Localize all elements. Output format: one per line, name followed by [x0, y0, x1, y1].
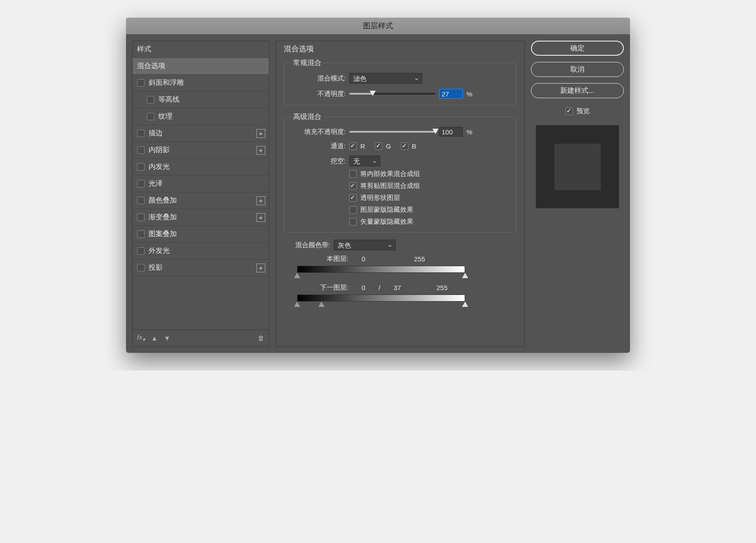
checkbox[interactable]: [137, 230, 145, 238]
checkbox[interactable]: [137, 180, 145, 187]
opt2-label: 透明形状图层: [360, 194, 400, 202]
cancel-button[interactable]: 取消: [531, 62, 624, 77]
sidebar-item-pattern-overlay[interactable]: 图案叠加: [133, 226, 269, 243]
sidebar-item-inner-glow[interactable]: 内发光: [133, 159, 269, 176]
opt1-checkbox[interactable]: [349, 182, 357, 190]
knockout-select[interactable]: 无: [349, 156, 380, 166]
blend-mode-select[interactable]: 滤色: [349, 73, 422, 84]
preview-swatch: [554, 144, 601, 190]
channel-r-checkbox[interactable]: [349, 142, 357, 150]
sidebar-item-label: 颜色叠加: [149, 196, 177, 205]
effects-list: 样式 混合选项 斜面和浮雕 等高线 纹理: [132, 41, 269, 330]
checkbox[interactable]: [137, 264, 145, 272]
checkbox[interactable]: [137, 214, 145, 221]
sidebar-item-label: 混合选项: [137, 61, 165, 71]
advanced-legend: 高级混合: [290, 112, 324, 122]
sidebar-item-stroke[interactable]: 描边 +: [133, 125, 269, 142]
opacity-unit: %: [466, 90, 472, 98]
arrow-down-icon[interactable]: ▼: [164, 334, 171, 342]
this-high-handle[interactable]: [462, 273, 468, 278]
fill-opacity-slider[interactable]: [349, 129, 435, 135]
sidebar-item-label: 投影: [149, 263, 163, 272]
sidebar-item-label: 渐变叠加: [149, 213, 177, 222]
fill-opacity-input[interactable]: [439, 127, 463, 137]
sidebar-item-bevel[interactable]: 斜面和浮雕: [133, 75, 269, 92]
preview-checkbox[interactable]: [565, 107, 573, 115]
sidebar-item-label: 光泽: [149, 179, 163, 188]
opt1-label: 将剪贴图层混合成组: [360, 182, 420, 190]
under-low: 0: [362, 284, 365, 291]
plus-icon[interactable]: +: [256, 264, 265, 272]
sidebar-item-label: 等高线: [158, 95, 179, 104]
opt2-checkbox[interactable]: [349, 194, 357, 202]
effects-sidebar: 样式 混合选项 斜面和浮雕 等高线 纹理: [132, 41, 269, 347]
sidebar-item-satin[interactable]: 光泽: [133, 176, 269, 192]
sidebar-item-color-overlay[interactable]: 颜色叠加 +: [133, 192, 269, 209]
sidebar-item-blending-options[interactable]: 混合选项: [133, 58, 269, 75]
sidebar-item-gradient-overlay[interactable]: 渐变叠加 +: [133, 209, 269, 226]
channel-b-checkbox[interactable]: [401, 142, 409, 150]
sidebar-item-label: 外发光: [149, 246, 170, 256]
fx-icon[interactable]: fx▾: [137, 333, 145, 343]
panel-title: 混合选项: [284, 44, 516, 54]
plus-icon[interactable]: +: [256, 213, 265, 222]
advanced-blending-group: 高级混合 填充不透明度: % 通道: R G: [284, 112, 516, 233]
checkbox[interactable]: [137, 247, 145, 255]
opt0-checkbox[interactable]: [349, 170, 357, 178]
this-low-handle[interactable]: [294, 273, 300, 278]
fill-unit: %: [466, 128, 472, 136]
under-layer-label: 下一图层:: [304, 283, 348, 292]
opt3-checkbox[interactable]: [349, 206, 357, 214]
channel-r-label: R: [360, 142, 365, 150]
plus-icon[interactable]: +: [256, 146, 265, 155]
blend-mode-label: 混合模式:: [290, 74, 346, 83]
sidebar-header[interactable]: 样式: [133, 41, 269, 58]
checkbox[interactable]: [137, 163, 145, 171]
layer-style-dialog: 图层样式 样式 混合选项 斜面和浮雕 等高线: [126, 18, 630, 353]
normal-blending-group: 常规混合 混合模式: 滤色 不透明度:: [284, 58, 516, 105]
under-low-handle[interactable]: [294, 302, 300, 307]
under-sep: /: [378, 284, 380, 291]
checkbox[interactable]: [137, 146, 145, 154]
under-high-handle[interactable]: [462, 302, 468, 307]
checkbox[interactable]: [147, 96, 154, 103]
preview-thumbnail: [536, 125, 619, 208]
arrow-up-icon[interactable]: ▲: [151, 334, 158, 342]
channel-b-label: B: [412, 142, 416, 150]
this-layer-gradient[interactable]: [297, 266, 465, 273]
opacity-label: 不透明度:: [290, 90, 346, 98]
titlebar: 图层样式: [126, 18, 630, 34]
sidebar-item-outer-glow[interactable]: 外发光: [133, 243, 269, 260]
right-column: 确定 取消 新建样式... 预览: [531, 41, 624, 347]
ok-button[interactable]: 确定: [531, 41, 624, 56]
sidebar-item-texture[interactable]: 纹理: [133, 108, 269, 125]
sidebar-item-contour[interactable]: 等高线: [133, 92, 269, 108]
knockout-label: 挖空:: [290, 157, 346, 165]
sidebar-item-label: 纹理: [158, 112, 172, 121]
plus-icon[interactable]: +: [256, 196, 265, 205]
channel-g-checkbox[interactable]: [375, 142, 382, 150]
fill-opacity-label: 填充不透明度:: [290, 128, 346, 136]
opt3-label: 图层蒙版隐藏效果: [360, 206, 413, 214]
checkbox[interactable]: [137, 197, 145, 204]
window-title: 图层样式: [363, 21, 393, 31]
new-style-button[interactable]: 新建样式...: [531, 83, 624, 98]
checkbox[interactable]: [147, 113, 154, 120]
preview-toggle[interactable]: 预览: [531, 107, 624, 115]
under-layer-gradient[interactable]: [297, 294, 465, 302]
trash-icon[interactable]: 🗑: [258, 334, 264, 342]
blend-if-label: 混合颜色带:: [284, 241, 330, 249]
checkbox[interactable]: [137, 79, 145, 87]
plus-icon[interactable]: +: [256, 129, 265, 138]
opt4-checkbox[interactable]: [349, 218, 357, 226]
sidebar-item-inner-shadow[interactable]: 内阴影 +: [133, 142, 269, 159]
this-layer-label: 本图层:: [304, 255, 348, 263]
sidebar-toolbar: fx▾ ▲ ▼ 🗑: [132, 330, 269, 347]
checkbox[interactable]: [137, 130, 145, 137]
options-panel: 混合选项 常规混合 混合模式: 滤色 不透明度:: [275, 41, 525, 347]
opacity-input[interactable]: [439, 89, 463, 99]
blend-if-select[interactable]: 灰色: [334, 240, 396, 250]
under-low2-handle[interactable]: [318, 302, 325, 307]
opacity-slider[interactable]: [349, 91, 435, 97]
sidebar-item-drop-shadow[interactable]: 投影 +: [133, 260, 269, 276]
